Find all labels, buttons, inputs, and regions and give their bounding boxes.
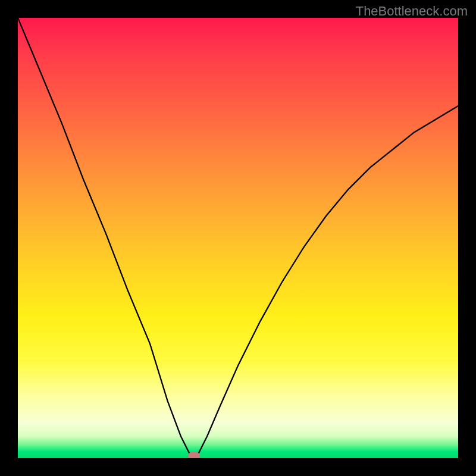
chart-container: TheBottleneck.com [0,0,476,476]
curve-svg [18,18,458,458]
optimal-marker [188,452,200,458]
plot-area [18,18,458,458]
bottleneck-curve-path [18,18,458,458]
watermark-text: TheBottleneck.com [356,4,468,19]
